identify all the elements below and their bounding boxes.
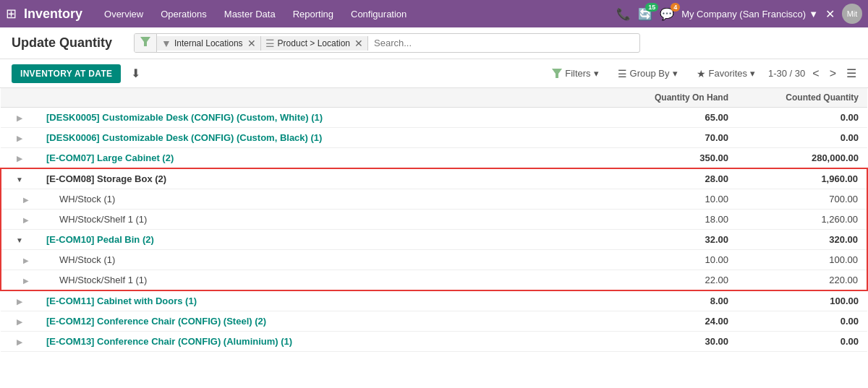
row-label-cell[interactable]: [DESK0006] Customizable Desk (CONFIG) (C…	[38, 128, 607, 148]
col-qty-on-hand: Quantity On Hand	[607, 88, 737, 108]
table-row[interactable]: ▶WH/Stock/Shelf 1 (1)22.00220.00	[1, 270, 867, 291]
row-label-cell[interactable]: [E-COM13] Conference Chair (CONFIG) (Alu…	[38, 332, 607, 352]
nav-overview[interactable]: Overview	[97, 6, 150, 22]
row-expand-cell[interactable]: ▶	[1, 108, 38, 128]
table-row[interactable]: ▶[E-COM07] Large Cabinet (2)350.00280,00…	[1, 148, 867, 169]
table-row[interactable]: ▶WH/Stock (1)10.00100.00	[1, 250, 867, 270]
company-selector[interactable]: My Company (San Francisco) ▼	[681, 9, 818, 20]
row-qty-on-hand: 30.00	[607, 332, 737, 352]
row-expand-cell[interactable]: ▼	[1, 230, 38, 250]
nav-operations[interactable]: Operations	[153, 6, 214, 22]
tag-close-product-location[interactable]: ✕	[354, 38, 363, 49]
favorites-label: Favorites	[709, 68, 747, 79]
pagination: 1-30 / 30 < >	[768, 66, 839, 82]
table-container: Quantity On Hand Counted Quantity ▶[DESK…	[0, 88, 868, 352]
refresh-icon[interactable]: 🔄 15	[638, 7, 652, 21]
row-qty-on-hand: 32.00	[607, 230, 737, 250]
row-expand-cell[interactable]: ▼	[1, 168, 38, 189]
tag-group-icon: ☰	[265, 38, 275, 49]
svg-marker-0	[140, 37, 150, 46]
table-row[interactable]: ▶[E-COM12] Conference Chair (CONFIG) (St…	[1, 311, 867, 332]
subrow-expand-cell[interactable]: ▶	[1, 250, 38, 270]
row-expand-cell[interactable]: ▶	[1, 148, 38, 169]
tag-close-internal-locations[interactable]: ✕	[247, 38, 256, 49]
app-grid-icon[interactable]: ⊞	[6, 6, 17, 22]
row-label-cell[interactable]: [E-COM11] Cabinet with Doors (1)	[38, 290, 607, 311]
subrow-expand-cell[interactable]: ▶	[1, 270, 38, 291]
nav-configuration[interactable]: Configuration	[344, 6, 414, 22]
subrow-expand-icon: ▶	[23, 256, 29, 264]
row-expand-cell[interactable]: ▶	[1, 311, 38, 332]
company-label: My Company (San Francisco)	[681, 9, 806, 20]
row-label: [E-COM12] Conference Chair (CONFIG) (Ste…	[46, 316, 266, 327]
row-counted-qty: 0.00	[737, 108, 867, 128]
search-area: ▼ Internal Locations ✕ ☰ Product > Locat…	[134, 33, 856, 53]
table-row[interactable]: ▼[E-COM10] Pedal Bin (2)32.00320.00	[1, 230, 867, 250]
row-qty-on-hand: 70.00	[607, 128, 737, 148]
row-expand-cell[interactable]: ▶	[1, 290, 38, 311]
row-label-cell[interactable]: [E-COM10] Pedal Bin (2)	[38, 230, 607, 250]
chat-icon[interactable]: 💬 4	[660, 7, 674, 21]
chat-badge: 15	[645, 3, 658, 12]
pagination-text: 1-30 / 30	[768, 68, 805, 79]
row-label: [E-COM10] Pedal Bin (2)	[46, 234, 154, 245]
row-counted-qty: 320.00	[737, 230, 867, 250]
expand-icon: ▶	[17, 155, 22, 163]
row-label-cell[interactable]: [E-COM08] Storage Box (2)	[38, 168, 607, 189]
nav-reporting[interactable]: Reporting	[286, 6, 341, 22]
filters-button[interactable]: Filters ▾	[546, 65, 604, 82]
avatar[interactable]: Mit	[842, 4, 862, 24]
col-expand	[1, 88, 38, 108]
subrow-label-cell[interactable]: WH/Stock (1)	[38, 250, 607, 270]
next-page-button[interactable]: >	[827, 66, 839, 82]
row-label: [DESK0005] Customizable Desk (CONFIG) (C…	[46, 112, 323, 123]
row-label: [E-COM08] Storage Box (2)	[46, 173, 166, 184]
subrow-expand-icon: ▶	[23, 277, 29, 285]
row-expand-cell[interactable]: ▶	[1, 128, 38, 148]
row-label-cell[interactable]: [DESK0005] Customizable Desk (CONFIG) (C…	[38, 108, 607, 128]
subrow-expand-cell[interactable]: ▶	[1, 210, 38, 230]
expand-icon: ▶	[17, 134, 22, 142]
toolbar-right: Filters ▾ ☰ Group By ▾ ★ Favorites ▾ 1-3…	[546, 65, 856, 82]
search-input[interactable]	[368, 35, 639, 51]
close-icon[interactable]: ✕	[825, 7, 835, 21]
table-row[interactable]: ▶WH/Stock (1)10.00700.00	[1, 189, 867, 210]
nav-master-data[interactable]: Master Data	[217, 6, 283, 22]
subrow-label-cell[interactable]: WH/Stock/Shelf 1 (1)	[38, 210, 607, 230]
inventory-at-date-button[interactable]: INVENTORY AT DATE	[12, 64, 121, 83]
subrow-label-cell[interactable]: WH/Stock/Shelf 1 (1)	[38, 270, 607, 291]
row-label-cell[interactable]: [E-COM12] Conference Chair (CONFIG) (Ste…	[38, 311, 607, 332]
row-expand-cell[interactable]: ▶	[1, 332, 38, 352]
table-row[interactable]: ▶[DESK0006] Customizable Desk (CONFIG) (…	[1, 128, 867, 148]
collapse-icon: ▼	[16, 176, 23, 184]
subrow-expand-icon: ▶	[23, 216, 29, 224]
subrow-qty-on-hand: 10.00	[607, 189, 737, 210]
groupby-button[interactable]: ☰ Group By ▾	[612, 65, 684, 82]
page-title: Update Quantity	[12, 35, 112, 51]
table-row[interactable]: ▶[E-COM11] Cabinet with Doors (1)8.00100…	[1, 290, 867, 311]
col-product	[38, 88, 607, 108]
table-row[interactable]: ▶WH/Stock/Shelf 1 (1)18.001,260.00	[1, 210, 867, 230]
table-row[interactable]: ▼[E-COM08] Storage Box (2)28.001,960.00	[1, 168, 867, 189]
subrow-qty-on-hand: 22.00	[607, 270, 737, 291]
row-qty-on-hand: 24.00	[607, 311, 737, 332]
row-qty-on-hand: 8.00	[607, 290, 737, 311]
tag-internal-locations: ▼ Internal Locations ✕	[157, 36, 261, 51]
tag-product-location: ☰ Product > Location ✕	[261, 36, 368, 51]
download-button[interactable]: ⬇	[128, 64, 143, 83]
row-qty-on-hand: 28.00	[607, 168, 737, 189]
row-label-cell[interactable]: [E-COM07] Large Cabinet (2)	[38, 148, 607, 169]
subrow-expand-cell[interactable]: ▶	[1, 189, 38, 210]
phone-icon[interactable]: 📞	[616, 7, 631, 21]
list-view-button[interactable]: ☰	[846, 66, 856, 80]
filters-chevron: ▾	[594, 68, 599, 79]
favorites-button[interactable]: ★ Favorites ▾	[691, 65, 761, 82]
subrow-qty-on-hand: 10.00	[607, 250, 737, 270]
subrow-label-cell[interactable]: WH/Stock (1)	[38, 189, 607, 210]
search-bar: ▼ Internal Locations ✕ ☰ Product > Locat…	[134, 33, 640, 53]
groupby-chevron: ▾	[673, 68, 678, 79]
table-row[interactable]: ▶[E-COM13] Conference Chair (CONFIG) (Al…	[1, 332, 867, 352]
row-counted-qty: 100.00	[737, 290, 867, 311]
table-row[interactable]: ▶[DESK0005] Customizable Desk (CONFIG) (…	[1, 108, 867, 128]
prev-page-button[interactable]: <	[809, 66, 822, 82]
